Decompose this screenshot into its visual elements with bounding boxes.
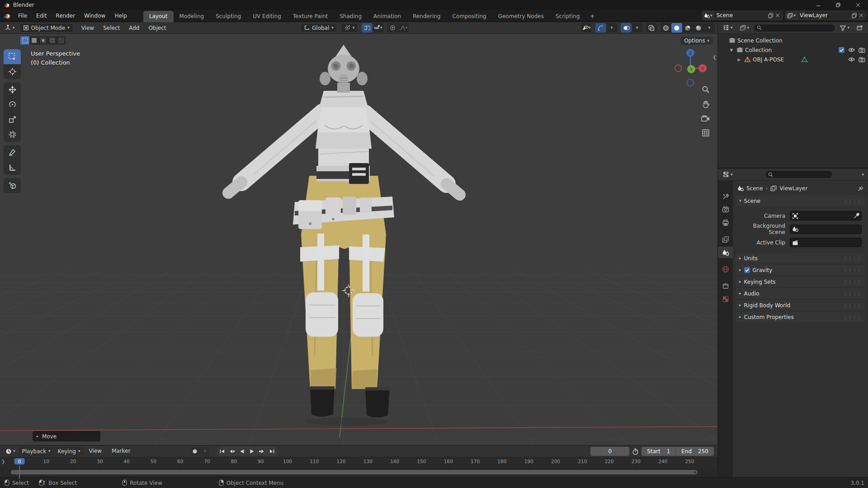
select-mode-intersect[interactable] [57,36,66,45]
scene-panel-header[interactable]: ▾ Scene ⋮⋮⋮⋮ [736,196,865,206]
outliner-item-label[interactable]: Collection [745,47,772,53]
panel-grip[interactable]: ⋮⋮⋮⋮ [844,315,862,319]
properties-options-icon[interactable]: ▾ [862,173,864,177]
panel-header-rigid-body-world[interactable]: ▸Rigid Body World⋮⋮⋮⋮ [736,300,865,310]
viewport-menu-select[interactable]: Select [99,23,124,33]
blender-menu-button[interactable] [0,13,14,19]
falloff-dropdown[interactable]: ▾ [398,23,409,33]
scrollbar-handle-dot[interactable] [694,471,696,474]
jump-start-button[interactable] [217,447,227,456]
tool-scale[interactable] [4,112,21,127]
tool-add-cube[interactable] [4,178,21,193]
current-frame-field[interactable]: 0 [590,447,629,456]
tab-texture-paint[interactable]: Texture Paint [287,11,334,22]
end-frame-field[interactable]: End 250 [676,447,714,456]
menu-window[interactable]: Window [80,11,110,20]
menu-render[interactable]: Render [51,11,80,20]
gravity-checkbox[interactable] [744,267,750,273]
panel-grip[interactable]: ⋮⋮⋮⋮ [844,256,862,261]
unlink-scene-icon[interactable] [775,13,780,18]
tab-geometry-nodes[interactable]: Geometry Nodes [492,11,550,22]
outliner-item-label[interactable]: Scene Collection [737,38,783,44]
disable-render-icon[interactable] [859,57,865,62]
gizmo-dropdown[interactable]: ▾ [606,23,617,33]
properties-search-input[interactable] [765,170,833,178]
timeline-ruler[interactable]: 0102030405060708090100110120130140150160… [0,457,717,468]
outliner-row-scene-collection[interactable]: Scene Collection [718,36,868,45]
xray-toggle[interactable] [646,23,657,33]
properties-tab-viewlayer[interactable] [718,234,733,245]
properties-tab-tool[interactable] [718,191,733,202]
shading-rendered-button[interactable] [693,23,704,33]
select-mode-extend[interactable] [29,36,38,45]
viewport-scene[interactable] [0,22,717,445]
panel-header-custom-properties[interactable]: ▸Custom Properties⋮⋮⋮⋮ [736,312,865,322]
properties-tab-render[interactable] [718,204,733,215]
menu-file[interactable]: File [14,11,32,20]
new-collection-button[interactable] [854,24,866,32]
auto-keying-dropdown[interactable]: ▾ [200,447,210,456]
breadcrumb-scene[interactable]: Scene [746,185,763,192]
timeline-menu-playback[interactable]: Playback ▾ [19,446,54,456]
tab-shading[interactable]: Shading [334,11,368,22]
prev-keyframe-button[interactable] [227,447,237,456]
hide-viewport-icon[interactable] [848,47,855,52]
viewport-menu-view[interactable]: View [77,23,99,33]
panel-header-keying-sets[interactable]: ▸Keying Sets⋮⋮⋮⋮ [736,277,865,287]
next-keyframe-button[interactable] [257,447,267,456]
navigation-gizmo[interactable]: Z X Y [673,41,708,86]
properties-tab-object[interactable] [718,280,733,291]
scene-name-field[interactable]: Scene [716,12,766,19]
tab-rendering[interactable]: Rendering [407,11,446,22]
close-button[interactable] [848,0,868,10]
timeline-editor-type-button[interactable]: ▾ [3,447,18,455]
pan-hand-icon[interactable] [702,100,710,108]
panel-grip[interactable]: ⋮⋮⋮⋮ [844,199,862,203]
select-mode-invert[interactable] [47,36,57,45]
playhead[interactable]: 0 [14,458,25,465]
snap-target-dropdown[interactable]: ▾ [373,23,383,33]
panel-header-units[interactable]: ▸Units⋮⋮⋮⋮ [736,253,865,263]
tab-modeling[interactable]: Modeling [174,11,210,22]
proportional-edit-toggle[interactable] [387,23,398,33]
select-mode-tweak[interactable] [20,36,29,45]
orientation-dropdown[interactable]: Global ▾ [300,23,337,33]
select-mode-subtract[interactable] [38,36,47,45]
visibility-dropdown[interactable]: ▾ [581,23,592,33]
outliner-search-input[interactable] [754,24,835,32]
orthographic-toggle-icon[interactable] [702,129,710,137]
tab-animation[interactable]: Animation [368,11,407,22]
tab-compositing[interactable]: Compositing [446,11,492,22]
start-frame-field[interactable]: Start 1 [642,447,676,456]
disable-render-icon[interactable] [859,47,865,53]
show-overlays-toggle[interactable] [621,23,632,33]
zoom-icon[interactable] [702,85,710,94]
overlays-dropdown[interactable]: ▾ [632,23,642,33]
play-button[interactable] [247,447,257,456]
options-button[interactable]: Options ▾ [680,37,713,45]
properties-editor-type-button[interactable]: ▾ [720,170,736,178]
tool-rotate[interactable] [4,97,21,112]
panel-grip[interactable]: ⋮⋮⋮⋮ [844,268,862,272]
play-reverse-button[interactable] [237,447,247,456]
pivot-dropdown[interactable]: ▾ [341,23,359,33]
viewport-3d[interactable]: ▾ Object Mode ▾ ViewSelectAddObject Glob… [0,22,717,445]
playhead-line[interactable] [19,465,20,479]
tab-layout[interactable]: Layout [143,11,174,22]
menu-help[interactable]: Help [110,11,131,20]
timeline-menu-view[interactable]: View [84,446,106,456]
maximize-button[interactable] [828,0,848,10]
outliner-item-label[interactable]: OBJ A-POSE [753,56,784,63]
camera-input[interactable] [790,211,862,221]
shading-dropdown[interactable]: ▾ [704,23,715,33]
character-model[interactable] [228,45,460,426]
region-collapse-icon[interactable]: ❮ [713,55,717,60]
properties-tab-texture[interactable] [718,293,733,305]
properties-tab-scene[interactable] [718,247,733,258]
operator-panel[interactable]: ▸ Move [33,431,100,441]
tool-annotate[interactable] [4,145,21,160]
outliner-row-collection[interactable]: ▼Collection [718,45,868,55]
editor-type-button[interactable]: ▾ [2,23,18,32]
eyedropper-icon[interactable] [854,213,859,219]
panel-grip[interactable]: ⋮⋮⋮⋮ [844,291,862,296]
